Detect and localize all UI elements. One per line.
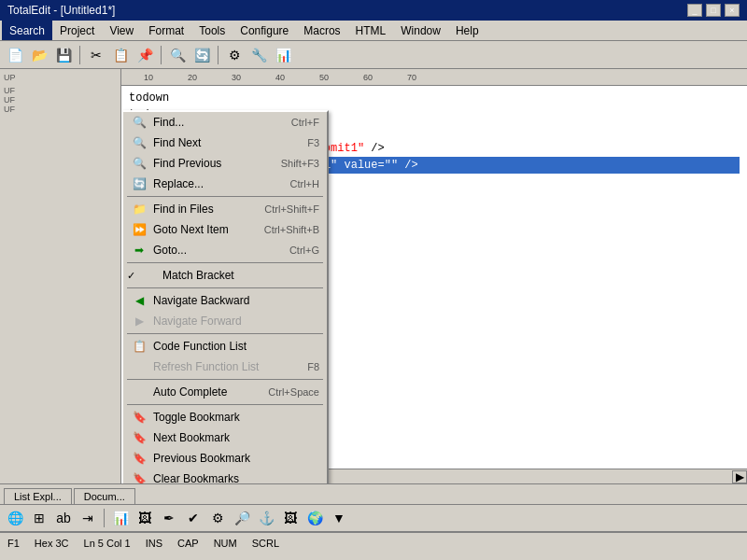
menu-search[interactable]: Search [2,21,52,40]
tab-list-explorer[interactable]: List Expl... [4,488,72,504]
status-f1: F1 [7,538,20,549]
toggle-bookmark-label: Toggle Bookmark [153,411,319,424]
minimize-button[interactable]: _ [687,4,702,17]
toolbar-cut[interactable]: ✂ [85,44,107,66]
nav-fwd-icon: ▶ [131,313,148,329]
status-ln: Ln 5 Col 1 [84,538,131,549]
find-prev-icon: 🔍 [131,155,148,172]
menu-navigate-forward[interactable]: ▶ Navigate Forward [123,311,327,331]
menu-configure[interactable]: Configure [233,21,296,40]
goto-next-icon: ⏩ [131,221,148,238]
t2-btn9[interactable]: ⚙ [206,507,229,529]
find-next-label: Find Next [153,136,300,149]
menu-find-next[interactable]: 🔍 Find Next F3 [123,133,327,153]
goto-icon: ➡ [131,242,148,259]
menu-find[interactable]: 🔍 Find... Ctrl+F [123,112,327,133]
close-button[interactable]: × [725,4,740,17]
autocomplete-shortcut: Ctrl+Space [268,386,319,398]
menu-macros[interactable]: Macros [296,21,347,40]
toolbar-extra2[interactable]: 🔧 [247,44,270,66]
menu-window[interactable]: Window [393,21,448,40]
menu-replace[interactable]: 🔄 Replace... Ctrl+H [123,174,327,194]
refresh-func-icon [131,358,148,375]
menu-help[interactable]: Help [448,21,486,40]
sep5 [127,379,323,380]
t2-btn14[interactable]: ▼ [328,507,350,529]
toolbar-paste[interactable]: 📌 [134,44,156,66]
menu-find-previous[interactable]: 🔍 Find Previous Shift+F3 [123,153,327,174]
menu-goto[interactable]: ➡ Goto... Ctrl+G [123,240,327,260]
ruler-60: 60 [363,73,407,82]
t2-btn8[interactable]: ✔ [182,507,204,529]
t2-btn13[interactable]: 🌍 [303,507,326,529]
menu-navigate-backward[interactable]: ◀ Navigate Backward [123,290,327,311]
toolbar-save[interactable]: 💾 [52,44,75,66]
clear-bookmarks-label: Clear Bookmarks [153,472,319,483]
t2-btn11[interactable]: ⚓ [255,507,277,529]
status-scrl: SCRL [252,538,279,549]
t2-btn7[interactable]: ✒ [158,507,180,529]
menu-clear-bookmarks[interactable]: 🔖 Clear Bookmarks [123,469,327,483]
toolbar-find[interactable]: 🔍 [166,44,189,66]
find-next-icon: 🔍 [131,134,148,151]
title-bar-title: TotalEdit - [Untitled1*] [7,4,115,17]
ruler-40: 40 [275,73,319,82]
goto-next-label: Goto Next Item [153,223,257,236]
t2-btn6[interactable]: 🖼 [134,507,156,529]
toolbar-open[interactable]: 📂 [28,44,50,66]
menu-format[interactable]: Format [141,21,191,40]
menu-next-bookmark[interactable]: 🔖 Next Bookmark [123,427,327,448]
find-icon: 🔍 [131,114,148,131]
menu-goto-next-item[interactable]: ⏩ Goto Next Item Ctrl+Shift+B [123,219,327,240]
replace-icon: 🔄 [131,175,148,192]
menu-match-bracket[interactable]: Match Bracket [123,265,327,286]
scroll-right-btn[interactable]: ▶ [732,470,747,483]
menu-refresh-function-list[interactable]: Refresh Function List F8 [123,357,327,377]
bottom-tabs: List Expl... Docum... [0,483,747,504]
find-prev-label: Find Previous [153,157,274,170]
t2-sep [104,509,105,527]
sep6 [127,404,323,405]
maximize-button[interactable]: □ [706,4,721,17]
ruler-70: 70 [407,73,451,82]
status-cap: CAP [177,538,199,549]
menu-auto-complete[interactable]: Auto Complete Ctrl+Space [123,382,327,402]
editor-area[interactable]: 10 20 30 40 50 60 70 todown todown todow… [121,69,747,483]
t2-btn10[interactable]: 🔎 [231,507,253,529]
menu-html[interactable]: HTML [348,21,394,40]
menu-previous-bookmark[interactable]: 🔖 Previous Bookmark [123,448,327,469]
toolbar-copy[interactable]: 📋 [109,44,132,66]
t2-btn2[interactable]: ⊞ [28,507,50,529]
t2-btn12[interactable]: 🖼 [279,507,302,529]
prev-bookmark-icon: 🔖 [131,450,148,467]
toolbar-extra3[interactable]: 📊 [272,44,294,66]
t2-btn5[interactable]: 📊 [109,507,132,529]
t2-btn4[interactable]: ⇥ [77,507,99,529]
toolbar-extra1[interactable]: ⚙ [223,44,246,66]
toolbar-sep2 [161,46,162,64]
status-ins: INS [146,538,162,549]
find-prev-shortcut: Shift+F3 [281,158,319,169]
title-bar: TotalEdit - [Untitled1*] _ □ × [0,0,747,21]
menu-view[interactable]: View [102,21,141,40]
next-bookmark-icon: 🔖 [131,429,148,446]
toolbar-new[interactable]: 📄 [4,44,26,66]
title-bar-controls: _ □ × [687,4,740,17]
find-shortcut: Ctrl+F [291,117,319,128]
tab-document[interactable]: Docum... [74,488,135,504]
find-files-label: Find in Files [153,203,257,216]
menu-project[interactable]: Project [52,21,102,40]
status-hex: Hex 3C [35,538,69,549]
toolbar-sep3 [218,46,218,64]
match-bracket-icon [140,267,157,284]
t2-btn1[interactable]: 🌐 [4,507,26,529]
menu-tools[interactable]: Tools [191,21,233,40]
t2-btn3[interactable]: ab [52,507,75,529]
editor-line-1: todown [129,90,740,106]
toolbar-replace[interactable]: 🔄 [190,44,213,66]
menu-toggle-bookmark[interactable]: 🔖 Toggle Bookmark [123,407,327,427]
menu-find-in-files[interactable]: 📁 Find in Files Ctrl+Shift+F [123,199,327,219]
left-sidebar: UP UF UF UF [0,69,121,483]
menu-code-function-list[interactable]: 📋 Code Function List [123,336,327,357]
ruler: 10 20 30 40 50 60 70 [121,69,747,86]
